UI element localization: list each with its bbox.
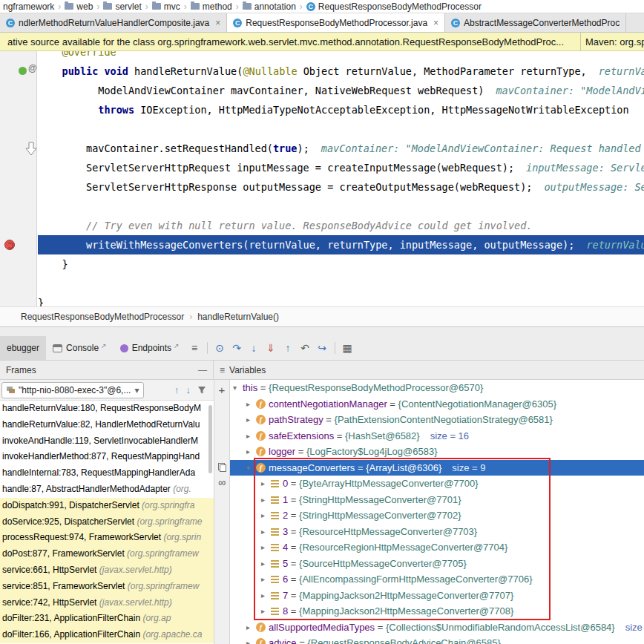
breadcrumb-method[interactable]: handleReturnValue() bbox=[197, 312, 279, 322]
breadcrumb-item[interactable]: CRequestResponseBodyMethodProcessor bbox=[306, 1, 482, 12]
tool-tab-console[interactable]: Console↗ bbox=[46, 336, 114, 360]
code-line[interactable]: @Override bbox=[38, 51, 644, 62]
infinity-icon[interactable]: ∞ bbox=[218, 476, 226, 488]
step-out-icon[interactable]: ↑ bbox=[280, 342, 297, 354]
drop-frame-icon[interactable]: ↶ bbox=[297, 342, 314, 354]
override-marker-icon[interactable] bbox=[19, 67, 27, 75]
code-line[interactable]: public void handleReturnValue(@Nullable … bbox=[38, 62, 644, 81]
add-watch-icon[interactable]: + bbox=[219, 384, 226, 396]
thread-dropdown[interactable]: "http-nio-8080-exec-3"@6,... ▾ bbox=[1, 382, 144, 398]
code-line[interactable] bbox=[38, 274, 644, 293]
hide-panel-icon[interactable]: — bbox=[198, 365, 207, 375]
copy-icon[interactable] bbox=[218, 463, 226, 472]
variables-panel-header[interactable]: ≡ Variables bbox=[214, 361, 644, 379]
hide-library-frames-icon[interactable] bbox=[197, 386, 206, 395]
stack-frame[interactable]: handleReturnValue:180, RequestResponseBo… bbox=[0, 401, 214, 417]
variable-row-allSupportedMediaTypes[interactable]: ▸fallSupportedMediaTypes = {Collections$… bbox=[230, 620, 644, 636]
layout-settings-icon[interactable]: ≡ bbox=[186, 342, 203, 354]
breakpoint-icon[interactable] bbox=[4, 240, 15, 250]
stack-frame[interactable]: handle:87, AbstractHandlerMethodAdapter … bbox=[0, 482, 214, 498]
editor-tab[interactable]: CRequestResponseBodyMethodProcessor.java… bbox=[227, 13, 445, 32]
expand-chevron-icon[interactable]: ▾ bbox=[246, 464, 256, 472]
stack-frame[interactable]: doService:925, DispatcherServlet (org.sp… bbox=[0, 514, 214, 530]
code-line[interactable]: mavContainer.setRequestHandled(true);mav… bbox=[38, 139, 644, 158]
expand-chevron-icon[interactable]: ▸ bbox=[246, 639, 256, 644]
code-line[interactable]: } bbox=[38, 293, 644, 306]
variable-row-6[interactable]: ▸6 = {AllEncompassingFormHttpMessageConv… bbox=[230, 571, 644, 588]
code-area[interactable]: @Override public void handleReturnValue(… bbox=[38, 51, 644, 306]
breadcrumb-item[interactable]: mvc bbox=[152, 1, 180, 12]
expand-chevron-icon[interactable]: ▸ bbox=[246, 432, 256, 440]
code-line[interactable]: ServletServerHttpRequest inputMessage = … bbox=[38, 158, 644, 177]
variable-row-0[interactable]: ▸0 = {ByteArrayHttpMessageConverter@7700… bbox=[230, 476, 644, 492]
execution-line[interactable]: writeWithMessageConverters(returnValue, … bbox=[38, 235, 644, 254]
previous-frame-icon[interactable]: ↑ bbox=[174, 384, 180, 395]
variable-row-pathStrategy[interactable]: ▸fpathStrategy = {PathExtensionContentNe… bbox=[230, 412, 644, 428]
breadcrumb-item[interactable]: annotation bbox=[243, 1, 296, 12]
code-line[interactable] bbox=[38, 197, 644, 216]
code-line[interactable]: } bbox=[38, 254, 644, 274]
expand-chevron-icon[interactable]: ▸ bbox=[261, 607, 271, 615]
frames-panel-header[interactable]: Frames — bbox=[0, 361, 214, 379]
breadcrumb-item[interactable]: ngframework bbox=[3, 1, 54, 12]
expand-chevron-icon[interactable]: ▾ bbox=[233, 384, 243, 392]
variable-row-8[interactable]: ▸8 = {MappingJackson2HttpMessageConverte… bbox=[230, 603, 644, 620]
code-line[interactable]: throws IOException, HttpMediaTypeNotAcce… bbox=[38, 100, 644, 119]
step-into-icon[interactable]: ↓ bbox=[246, 342, 263, 354]
breadcrumb-item[interactable]: web bbox=[65, 1, 93, 12]
stack-frame[interactable]: processRequest:974, FrameworkServlet (or… bbox=[0, 530, 214, 546]
source-selector-dropdown[interactable]: Maven: org.spring bbox=[580, 33, 644, 50]
stack-frame[interactable]: doFilter:166, ApplicationFilterChain (or… bbox=[0, 627, 214, 643]
stack-frame[interactable]: doFilter:231, ApplicationFilterChain (or… bbox=[0, 611, 214, 627]
tool-tab-endpoints[interactable]: Endpoints↗ bbox=[114, 336, 186, 360]
expand-chevron-icon[interactable]: ▸ bbox=[261, 559, 271, 568]
stack-frame[interactable]: service:851, FrameworkServlet (org.sprin… bbox=[0, 579, 214, 595]
variable-row-4[interactable]: ▸4 = {ResourceRegionHttpMessageConverter… bbox=[230, 539, 644, 556]
variables-menu-icon[interactable]: ≡ bbox=[220, 365, 225, 375]
variable-row-advice[interactable]: ▸fadvice = {RequestResponseBodyAdviceCha… bbox=[230, 635, 644, 644]
variable-row-3[interactable]: ▸3 = {ResourceHttpMessageConverter@7703} bbox=[230, 524, 644, 540]
expand-chevron-icon[interactable]: ▸ bbox=[246, 623, 256, 631]
breadcrumb-item[interactable]: servlet bbox=[103, 1, 141, 12]
force-step-into-icon[interactable]: ⇓ bbox=[263, 342, 280, 354]
variable-row-messageConverters[interactable]: ▾fmessageConverters = {ArrayList@6306}si… bbox=[230, 460, 644, 476]
stack-frame[interactable]: handleReturnValue:82, HandlerMethodRetur… bbox=[0, 417, 214, 433]
editor-tab[interactable]: CAbstractMessageConverterMethodProc bbox=[445, 13, 626, 32]
tool-tab-debugger[interactable]: ebugger bbox=[0, 336, 46, 360]
stack-frame[interactable]: service:661, HttpServlet (javax.servlet.… bbox=[0, 562, 214, 579]
breadcrumb-item[interactable]: method bbox=[191, 1, 232, 12]
frames-scrollbar[interactable] bbox=[208, 405, 212, 473]
variable-row-this[interactable]: ▾this = {RequestResponseBodyMethodProces… bbox=[230, 380, 644, 396]
expand-chevron-icon[interactable]: ▸ bbox=[261, 479, 271, 487]
code-line[interactable]: // Try even with null return value. Resp… bbox=[38, 216, 644, 235]
breadcrumb-class[interactable]: RequestResponseBodyMethodProcessor bbox=[21, 312, 184, 322]
variable-row-logger[interactable]: ▸flogger = {LogFactory$Log4jLog@6583} bbox=[230, 444, 644, 460]
run-to-cursor-icon[interactable]: ↪ bbox=[314, 342, 331, 354]
code-line[interactable]: ServletServerHttpResponse outputMessage … bbox=[38, 177, 644, 197]
stack-frame[interactable]: doDispatch:991, DispatcherServlet (org.s… bbox=[0, 498, 214, 514]
stack-frame[interactable]: service:742, HttpServlet (javax.servlet.… bbox=[0, 595, 214, 611]
variable-row-safeExtensions[interactable]: ▸fsafeExtensions = {HashSet@6582}size = … bbox=[230, 428, 644, 444]
step-over-icon[interactable]: ↷ bbox=[229, 342, 246, 354]
variable-row-5[interactable]: ▸5 = {SourceHttpMessageConverter@7705} bbox=[230, 556, 644, 572]
editor-tab[interactable]: CndlerMethodReturnValueHandlerComposite.… bbox=[0, 13, 227, 32]
expand-chevron-icon[interactable]: ▸ bbox=[261, 496, 271, 504]
stack-frame[interactable]: doPost:877, FrameworkServlet (org.spring… bbox=[0, 546, 214, 562]
stack-frame[interactable]: invokeAndHandle:119, ServletInvocableHan… bbox=[0, 433, 214, 450]
expand-chevron-icon[interactable]: ▸ bbox=[246, 447, 256, 456]
code-line[interactable]: ModelAndViewContainer mavContainer, Nati… bbox=[38, 81, 644, 100]
expand-chevron-icon[interactable]: ▸ bbox=[261, 543, 271, 551]
expand-chevron-icon[interactable]: ▸ bbox=[261, 575, 271, 583]
expand-chevron-icon[interactable]: ▸ bbox=[261, 511, 271, 519]
variable-row-7[interactable]: ▸7 = {MappingJackson2HttpMessageConverte… bbox=[230, 588, 644, 604]
stack-frame[interactable]: handleInternal:783, RequestMappingHandle… bbox=[0, 465, 214, 482]
close-tab-icon[interactable]: × bbox=[433, 18, 438, 28]
code-editor[interactable]: @ @Override public void handleReturnValu… bbox=[0, 51, 644, 306]
variable-row-contentNegotiationManager[interactable]: ▸fcontentNegotiationManager = {ContentNe… bbox=[230, 396, 644, 413]
next-frame-icon[interactable]: ↓ bbox=[186, 384, 191, 395]
expand-chevron-icon[interactable]: ▸ bbox=[261, 528, 271, 536]
variable-row-1[interactable]: ▸1 = {StringHttpMessageConverter@7701} bbox=[230, 492, 644, 508]
close-tab-icon[interactable]: × bbox=[215, 18, 220, 28]
code-line[interactable] bbox=[38, 119, 644, 139]
evaluate-expression-icon[interactable]: ▦ bbox=[339, 342, 356, 354]
